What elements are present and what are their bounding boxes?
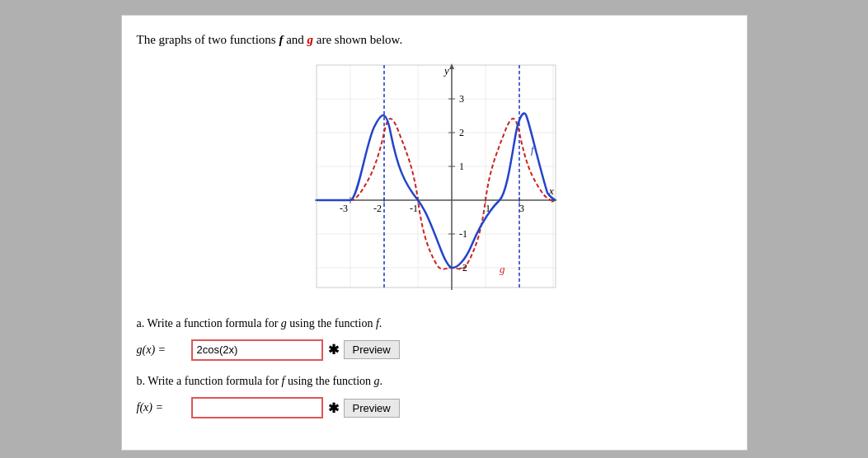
svg-text:3: 3 <box>459 93 464 105</box>
part-b-func-label: f(x) = <box>137 401 186 414</box>
intro-text: The graphs of two functions f and g are … <box>137 30 727 49</box>
g-label: g <box>307 33 314 46</box>
graph-svg: -3 -2 -1 1 3 3 2 1 -1 -2 y x <box>292 61 572 300</box>
svg-text:-1: -1 <box>459 228 467 240</box>
part-a-description: Write a function formula for g using the… <box>147 317 382 329</box>
intro-end: are shown below. <box>317 33 402 46</box>
svg-text:y: y <box>443 64 449 77</box>
part-a-preview-button[interactable]: Preview <box>344 340 400 359</box>
graph-container: -3 -2 -1 1 3 3 2 1 -1 -2 y x <box>137 61 727 300</box>
part-a-label: a. <box>137 317 145 329</box>
svg-text:-2: -2 <box>373 203 382 214</box>
part-b-asterisk: ✱ <box>328 400 339 416</box>
svg-text:-3: -3 <box>340 203 348 214</box>
part-a-func-label: g(x) = <box>137 344 186 357</box>
part-a-text: a. Write a function formula for g using … <box>137 315 727 333</box>
part-a-input-row: g(x) = ✱ Preview <box>137 339 727 361</box>
part-a-input[interactable] <box>191 339 323 361</box>
part-a-asterisk: ✱ <box>328 342 339 358</box>
graph-area: -3 -2 -1 1 3 3 2 1 -1 -2 y x <box>292 61 572 300</box>
part-b-description: Write a function formula for f using the… <box>148 375 382 387</box>
main-page: The graphs of two functions f and g are … <box>121 15 748 451</box>
svg-text:-1: -1 <box>410 203 418 214</box>
svg-text:3: 3 <box>519 203 524 214</box>
part-b-input[interactable] <box>191 397 323 418</box>
part-b-text: b. Write a function formula for f using … <box>137 372 727 390</box>
part-b-input-row: f(x) = ✱ Preview <box>137 397 727 418</box>
part-b-preview-button[interactable]: Preview <box>344 399 400 418</box>
part-b-label: b. <box>137 375 146 387</box>
and-text: and <box>286 33 307 46</box>
f-label: f <box>279 33 283 46</box>
svg-text:1: 1 <box>459 161 464 172</box>
svg-text:g: g <box>500 263 505 275</box>
svg-text:2: 2 <box>459 127 464 138</box>
